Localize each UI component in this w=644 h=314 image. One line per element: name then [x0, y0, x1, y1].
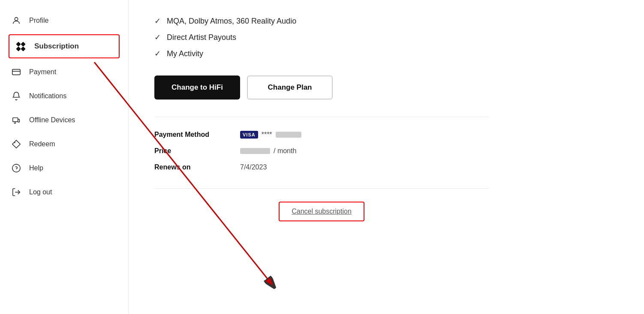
check-icon: ✓	[154, 33, 161, 42]
tidal-icon	[15, 40, 27, 52]
action-buttons: Change to HiFi Change Plan	[154, 75, 489, 100]
sidebar-label-redeem: Redeem	[29, 140, 55, 148]
renews-date: 7/4/2023	[240, 163, 267, 171]
price-amount-blurred	[240, 148, 270, 154]
section-divider	[154, 117, 489, 117]
feature-item: ✓ MQA, Dolby Atmos, 360 Reality Audio	[154, 13, 489, 29]
price-label: Price	[154, 147, 240, 155]
sidebar-label-subscription: Subscription	[34, 42, 79, 51]
svg-point-4	[12, 164, 20, 172]
card-last4-blurred	[276, 132, 301, 138]
cancel-section: Cancel subscription	[154, 202, 489, 221]
payment-method-label: Payment Method	[154, 131, 240, 139]
svg-point-3	[14, 142, 15, 143]
person-icon	[10, 15, 22, 27]
devices-icon	[10, 114, 22, 126]
feature-label-1: MQA, Dolby Atmos, 360 Reality Audio	[167, 17, 296, 26]
sidebar-item-subscription[interactable]: Subscription	[9, 34, 120, 58]
sidebar: Profile Subscription Payment Notific	[0, 0, 129, 314]
feature-item: ✓ My Activity	[154, 45, 489, 62]
sidebar-item-help[interactable]: Help	[0, 156, 128, 180]
svg-point-5	[16, 170, 17, 170]
section-divider-2	[154, 188, 489, 189]
svg-rect-1	[12, 69, 20, 75]
card-icon	[10, 66, 22, 78]
sidebar-item-payment[interactable]: Payment	[0, 60, 128, 84]
card-digits: ****	[262, 131, 272, 139]
main-content: ✓ MQA, Dolby Atmos, 360 Reality Audio ✓ …	[129, 0, 644, 314]
svg-rect-2	[13, 118, 18, 122]
feature-label-3: My Activity	[167, 49, 203, 58]
check-icon: ✓	[154, 49, 161, 58]
feature-label-2: Direct Artist Payouts	[167, 33, 236, 42]
sidebar-label-help: Help	[29, 164, 43, 172]
cancel-subscription-box: Cancel subscription	[279, 202, 364, 221]
sidebar-item-redeem[interactable]: Redeem	[0, 132, 128, 156]
price-value: / month	[240, 147, 296, 155]
payment-method-value: VISA ****	[240, 131, 301, 139]
visa-badge: VISA	[240, 131, 258, 139]
bell-icon	[10, 90, 22, 102]
logout-icon	[10, 186, 22, 198]
sidebar-label-logout: Log out	[29, 188, 52, 196]
check-icon: ✓	[154, 16, 161, 26]
tag-icon	[10, 138, 22, 150]
svg-point-0	[15, 18, 18, 21]
feature-item: ✓ Direct Artist Payouts	[154, 29, 489, 45]
payment-method-row: Payment Method VISA ****	[154, 131, 489, 139]
help-icon	[10, 162, 22, 174]
payment-info: Payment Method VISA **** Price / month R…	[154, 131, 489, 171]
renews-label: Renews on	[154, 163, 240, 171]
sidebar-item-profile[interactable]: Profile	[0, 9, 128, 33]
sidebar-label-notifications: Notifications	[29, 92, 66, 100]
sidebar-item-notifications[interactable]: Notifications	[0, 84, 128, 108]
sidebar-item-logout[interactable]: Log out	[0, 180, 128, 204]
change-plan-button[interactable]: Change Plan	[247, 75, 333, 100]
price-suffix: / month	[274, 147, 296, 155]
renews-row: Renews on 7/4/2023	[154, 163, 489, 171]
sidebar-label-offline-devices: Offline Devices	[29, 116, 75, 124]
sidebar-label-payment: Payment	[29, 68, 56, 76]
change-to-hifi-button[interactable]: Change to HiFi	[154, 75, 240, 100]
features-list: ✓ MQA, Dolby Atmos, 360 Reality Audio ✓ …	[154, 13, 489, 62]
sidebar-item-offline-devices[interactable]: Offline Devices	[0, 108, 128, 132]
cancel-subscription-button[interactable]: Cancel subscription	[292, 208, 352, 215]
price-row: Price / month	[154, 147, 489, 155]
sidebar-label-profile: Profile	[29, 17, 48, 24]
